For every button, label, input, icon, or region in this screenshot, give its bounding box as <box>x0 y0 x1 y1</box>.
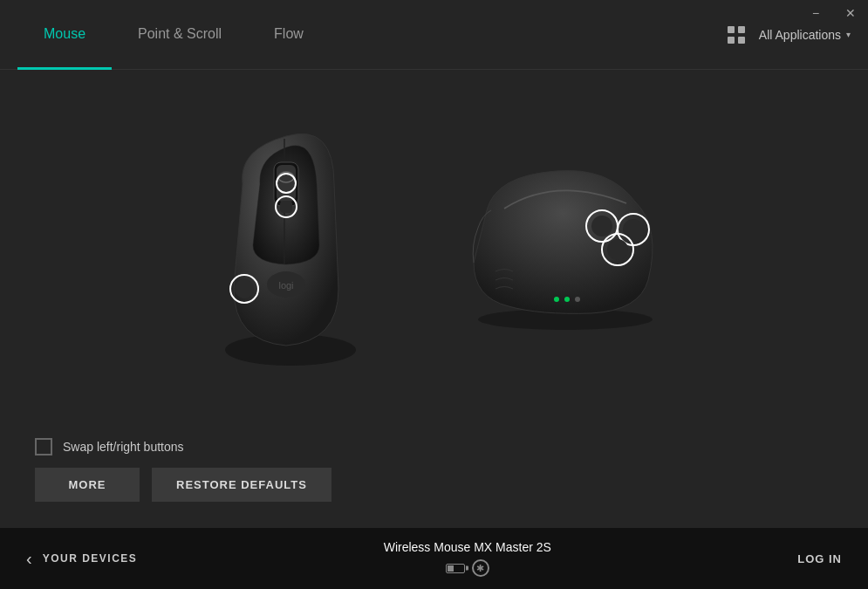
tab-flow[interactable]: Flow <box>248 1 330 70</box>
svg-point-18 <box>607 239 628 260</box>
login-button[interactable]: LOG IN <box>797 552 842 565</box>
battery-icon <box>446 564 465 573</box>
chevron-left-icon: ‹ <box>26 549 32 569</box>
connection-icon: ✱ <box>472 559 489 577</box>
minimize-button[interactable]: − <box>798 0 833 26</box>
header: Mouse Point & Scroll Flow All Applicatio… <box>0 0 868 70</box>
device-name-label: Wireless Mouse MX Master 2S <box>384 540 551 554</box>
your-devices-label: YOUR DEVICES <box>43 552 138 565</box>
mice-area: logi <box>0 70 868 421</box>
swap-buttons-checkbox[interactable] <box>35 438 52 455</box>
svg-point-14 <box>591 216 612 236</box>
footer: ‹ YOUR DEVICES Wireless Mouse MX Master … <box>0 528 868 589</box>
chevron-down-icon: ▾ <box>846 30 851 39</box>
close-button[interactable]: ✕ <box>833 0 868 26</box>
battery-fill <box>448 565 454 572</box>
main-content: logi <box>0 70 868 528</box>
battery-body <box>446 564 465 573</box>
device-info: Wireless Mouse MX Master 2S ✱ <box>384 540 551 577</box>
mouse-side-view <box>434 158 679 332</box>
svg-text:logi: logi <box>278 280 293 291</box>
all-applications-button[interactable]: All Applications ▾ <box>759 28 851 42</box>
svg-point-20 <box>564 297 570 302</box>
tab-mouse[interactable]: Mouse <box>17 1 112 70</box>
svg-rect-7 <box>280 201 292 213</box>
restore-defaults-button[interactable]: RESTORE DEFAULTS <box>152 468 331 502</box>
svg-point-19 <box>554 297 559 302</box>
action-buttons-row: MORE RESTORE DEFAULTS <box>35 468 833 502</box>
tab-point-scroll[interactable]: Point & Scroll <box>112 1 248 70</box>
login-section[interactable]: LOG IN <box>797 551 842 566</box>
swap-buttons-row: Swap left/right buttons <box>35 438 833 455</box>
mouse-front-view: logi <box>190 114 382 376</box>
device-status-icons: ✱ <box>446 559 489 577</box>
swap-buttons-label: Swap left/right buttons <box>63 440 184 454</box>
svg-point-21 <box>575 297 580 302</box>
controls-area: Swap left/right buttons MORE RESTORE DEF… <box>0 421 868 528</box>
your-devices-section[interactable]: ‹ YOUR DEVICES <box>26 549 137 569</box>
svg-point-11 <box>235 279 254 298</box>
more-button[interactable]: MORE <box>35 468 140 502</box>
title-bar: − ✕ <box>798 0 868 26</box>
apps-grid-icon[interactable] <box>722 21 750 49</box>
